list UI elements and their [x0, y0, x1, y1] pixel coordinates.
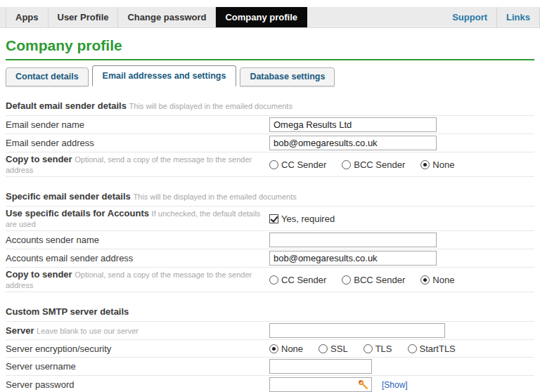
- navbar-spacer: [307, 7, 443, 27]
- field-label: Use specific details for Accounts If unc…: [6, 208, 269, 229]
- radio-circle-icon: [269, 160, 278, 169]
- radio-bcc-sender[interactable]: BCC Sender: [342, 159, 405, 170]
- radio-label: SSL: [330, 344, 348, 354]
- row-server-password: Server password [Show]: [6, 375, 534, 392]
- radio-label: None: [432, 159, 454, 170]
- email-sender-name-input[interactable]: [269, 117, 437, 132]
- server-username-input[interactable]: [269, 359, 372, 374]
- radio-none[interactable]: None: [420, 159, 454, 170]
- email-settings-form: Default email sender details This will b…: [6, 97, 534, 392]
- row-use-specific-details: Use specific details for Accounts If unc…: [6, 206, 534, 230]
- section-title: Default email sender details: [6, 100, 127, 111]
- radio-cc-sender[interactable]: CC Sender: [269, 275, 326, 285]
- field-label: Accounts email sender address: [6, 253, 269, 263]
- radio-label: BCC Sender: [354, 159, 405, 170]
- row-copy-to-sender-default: Copy to sender Optional, send a copy of …: [6, 152, 534, 177]
- field-label: Copy to sender Optional, send a copy of …: [6, 154, 269, 175]
- radio-circle-icon: [269, 275, 278, 285]
- radio-label: None: [432, 275, 454, 285]
- field-label: Accounts sender name: [6, 235, 269, 245]
- radio-label: TLS: [375, 344, 392, 354]
- accounts-sender-name-input[interactable]: [269, 233, 437, 247]
- radio-label: CC Sender: [281, 275, 326, 285]
- field-label: Server Leave blank to use our server: [6, 325, 269, 336]
- label-text: Use specific details for Accounts: [6, 208, 149, 218]
- row-server-username: Server username: [6, 357, 534, 375]
- row-email-sender-address: Email sender address: [6, 133, 534, 152]
- server-input[interactable]: [269, 323, 445, 338]
- radio-circle-icon: [408, 344, 417, 353]
- radio-encryption-starttls[interactable]: StartTLS: [408, 344, 456, 354]
- nav-item-links[interactable]: Links: [497, 7, 540, 27]
- tab-contact-details[interactable]: Contact details: [6, 67, 89, 86]
- label-text: Accounts sender name: [6, 235, 99, 245]
- field-label: Server password: [6, 379, 269, 390]
- label-text: Server: [6, 325, 34, 336]
- section-hint: This will be displayed in the emailed do…: [133, 192, 296, 201]
- row-accounts-email-sender-address: Accounts email sender address: [6, 249, 534, 267]
- nav-item-change-password[interactable]: Change password: [118, 7, 216, 27]
- use-specific-checkbox[interactable]: Yes, required: [269, 214, 335, 224]
- label-text: Accounts email sender address: [6, 253, 133, 263]
- radio-circle-icon: [342, 275, 351, 285]
- nav-item-apps[interactable]: Apps: [6, 7, 49, 27]
- radio-bcc-sender[interactable]: BCC Sender: [342, 275, 405, 285]
- radio-circle-icon: [420, 275, 430, 285]
- radio-cc-sender[interactable]: CC Sender: [269, 159, 326, 170]
- checkbox-label: Yes, required: [281, 214, 335, 224]
- radio-encryption-none[interactable]: None: [269, 344, 303, 354]
- show-password-link[interactable]: [Show]: [382, 380, 408, 390]
- field-label: Email sender name: [6, 119, 269, 130]
- label-text: Server encryption/security: [6, 344, 111, 354]
- nav-item-company-profile[interactable]: Company profile: [216, 7, 307, 27]
- field-label: Copy to sender Optional, send a copy of …: [6, 269, 269, 290]
- field-label: Server encryption/security: [6, 344, 269, 354]
- nav-item-support[interactable]: Support: [443, 7, 497, 27]
- radio-circle-icon: [319, 344, 328, 353]
- radio-encryption-ssl[interactable]: SSL: [319, 344, 348, 354]
- radio-label: StartTLS: [420, 344, 456, 354]
- label-hint: Leave blank to use our server: [37, 327, 139, 335]
- label-text: Email sender address: [6, 138, 94, 148]
- row-server: Server Leave blank to use our server: [6, 321, 534, 339]
- server-password-input[interactable]: [269, 377, 372, 392]
- row-copy-to-sender-specific: Copy to sender Optional, send a copy of …: [6, 267, 534, 292]
- section-hint: This will be displayed in the emailed do…: [129, 102, 292, 110]
- radio-circle-icon: [269, 344, 278, 353]
- section-heading-default-sender: Default email sender details This will b…: [6, 97, 534, 115]
- row-email-sender-name: Email sender name: [6, 115, 534, 133]
- email-sender-address-input[interactable]: [269, 136, 437, 150]
- radio-circle-icon: [420, 160, 430, 169]
- section-title: Specific email sender details: [6, 191, 131, 202]
- row-server-encryption: Server encryption/security None SSL TLS: [6, 339, 534, 357]
- radio-none[interactable]: None: [420, 275, 454, 285]
- section-heading-specific-sender: Specific email sender details This will …: [6, 188, 534, 206]
- radio-label: CC Sender: [281, 159, 326, 170]
- label-text: Email sender name: [6, 119, 84, 130]
- radio-label: BCC Sender: [354, 275, 405, 285]
- tab-database-settings[interactable]: Database settings: [240, 67, 335, 86]
- field-label: Email sender address: [6, 138, 269, 148]
- top-navbar: Apps User Profile Change password Compan…: [0, 7, 540, 28]
- key-icon: [358, 379, 369, 390]
- tab-bar: Contact details Email addresses and sett…: [6, 67, 534, 86]
- nav-item-user-profile[interactable]: User Profile: [49, 7, 119, 27]
- label-text: Copy to sender: [6, 269, 72, 280]
- label-text: Copy to sender: [6, 154, 72, 164]
- accounts-email-sender-address-input[interactable]: [269, 251, 437, 266]
- radio-label: None: [281, 344, 303, 354]
- page-title: Company profile: [6, 37, 534, 60]
- checkbox-icon: [269, 214, 278, 223]
- field-label: Server username: [6, 361, 269, 372]
- label-text: Server password: [6, 379, 75, 390]
- section-heading-smtp: Custom SMTP server details: [6, 303, 534, 321]
- row-accounts-sender-name: Accounts sender name: [6, 230, 534, 249]
- radio-encryption-tls[interactable]: TLS: [364, 344, 392, 354]
- page-content: Company profile Contact details Email ad…: [0, 37, 540, 392]
- section-title: Custom SMTP server details: [6, 306, 129, 317]
- radio-circle-icon: [364, 344, 373, 353]
- tab-email-addresses-and-settings[interactable]: Email addresses and settings: [92, 65, 237, 86]
- radio-circle-icon: [342, 160, 351, 169]
- label-text: Server username: [6, 361, 76, 372]
